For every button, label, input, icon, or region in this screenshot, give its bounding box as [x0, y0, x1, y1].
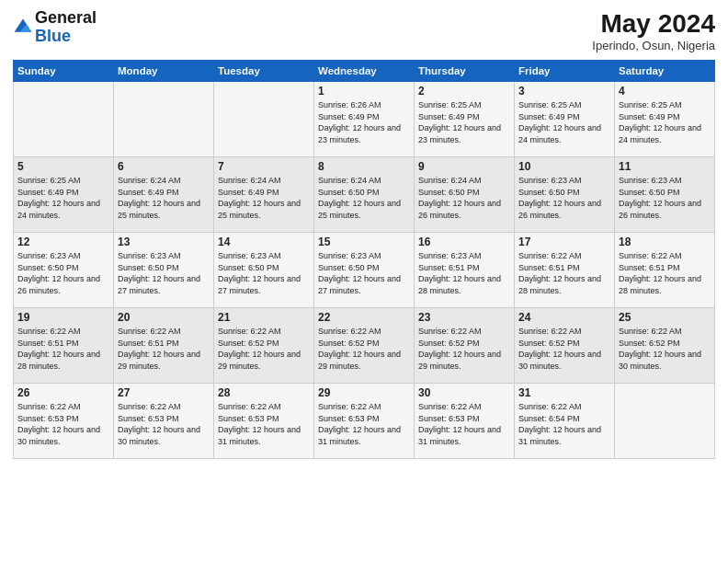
- day-info: Sunrise: 6:23 AM Sunset: 6:50 PM Dayligh…: [118, 251, 200, 295]
- day-info: Sunrise: 6:22 AM Sunset: 6:52 PM Dayligh…: [318, 327, 401, 371]
- day-header-friday: Friday: [515, 61, 615, 82]
- day-header-thursday: Thursday: [415, 61, 515, 82]
- logo-icon: [13, 17, 33, 38]
- day-info: Sunrise: 6:22 AM Sunset: 6:52 PM Dayligh…: [218, 327, 301, 371]
- header: General Blue May 2024 Iperindo, Osun, Ni…: [13, 9, 715, 52]
- calendar-cell: 9Sunrise: 6:24 AM Sunset: 6:50 PM Daylig…: [415, 157, 515, 233]
- calendar-cell: 25Sunrise: 6:22 AM Sunset: 6:52 PM Dayli…: [615, 308, 715, 384]
- day-info: Sunrise: 6:22 AM Sunset: 6:51 PM Dayligh…: [518, 251, 601, 295]
- day-info: Sunrise: 6:22 AM Sunset: 6:51 PM Dayligh…: [619, 251, 701, 295]
- day-number: 14: [218, 236, 310, 248]
- day-number: 19: [17, 311, 109, 324]
- day-info: Sunrise: 6:22 AM Sunset: 6:54 PM Dayligh…: [518, 402, 601, 446]
- calendar-cell: 6Sunrise: 6:24 AM Sunset: 6:49 PM Daylig…: [114, 157, 214, 233]
- day-number: 7: [218, 160, 310, 173]
- day-header-sunday: Sunday: [14, 61, 114, 82]
- calendar-cell: 28Sunrise: 6:22 AM Sunset: 6:53 PM Dayli…: [214, 384, 314, 459]
- day-number: 17: [518, 236, 610, 248]
- day-header-wednesday: Wednesday: [314, 61, 415, 82]
- day-info: Sunrise: 6:22 AM Sunset: 6:52 PM Dayligh…: [418, 327, 501, 371]
- day-header-tuesday: Tuesday: [214, 61, 314, 82]
- day-info: Sunrise: 6:24 AM Sunset: 6:49 PM Dayligh…: [218, 176, 301, 220]
- day-number: 31: [518, 386, 610, 399]
- day-number: 26: [17, 386, 109, 399]
- day-number: 21: [218, 311, 310, 324]
- title-block: May 2024 Iperindo, Osun, Nigeria: [592, 9, 715, 52]
- day-header-monday: Monday: [114, 61, 214, 82]
- day-number: 15: [318, 236, 410, 248]
- calendar-cell: [114, 82, 214, 157]
- day-info: Sunrise: 6:24 AM Sunset: 6:50 PM Dayligh…: [418, 176, 501, 220]
- calendar-cell: 16Sunrise: 6:23 AM Sunset: 6:51 PM Dayli…: [415, 233, 515, 308]
- calendar-cell: [615, 384, 715, 459]
- calendar-cell: 10Sunrise: 6:23 AM Sunset: 6:50 PM Dayli…: [515, 157, 615, 233]
- day-info: Sunrise: 6:24 AM Sunset: 6:49 PM Dayligh…: [118, 176, 200, 220]
- calendar-cell: 2Sunrise: 6:25 AM Sunset: 6:49 PM Daylig…: [415, 82, 515, 157]
- calendar-cell: 22Sunrise: 6:22 AM Sunset: 6:52 PM Dayli…: [314, 308, 415, 384]
- day-info: Sunrise: 6:22 AM Sunset: 6:53 PM Dayligh…: [17, 402, 100, 446]
- day-number: 23: [418, 311, 510, 324]
- calendar-cell: 26Sunrise: 6:22 AM Sunset: 6:53 PM Dayli…: [14, 384, 114, 459]
- day-info: Sunrise: 6:25 AM Sunset: 6:49 PM Dayligh…: [17, 176, 100, 220]
- calendar-cell: 31Sunrise: 6:22 AM Sunset: 6:54 PM Dayli…: [515, 384, 615, 459]
- day-info: Sunrise: 6:22 AM Sunset: 6:53 PM Dayligh…: [118, 402, 200, 446]
- day-number: 4: [619, 85, 711, 98]
- day-number: 25: [619, 311, 711, 324]
- calendar-cell: 23Sunrise: 6:22 AM Sunset: 6:52 PM Dayli…: [415, 308, 515, 384]
- calendar-week-1: 1Sunrise: 6:26 AM Sunset: 6:49 PM Daylig…: [14, 82, 715, 157]
- day-info: Sunrise: 6:25 AM Sunset: 6:49 PM Dayligh…: [619, 100, 701, 144]
- day-number: 22: [318, 311, 410, 324]
- day-info: Sunrise: 6:26 AM Sunset: 6:49 PM Dayligh…: [318, 100, 401, 144]
- day-info: Sunrise: 6:22 AM Sunset: 6:53 PM Dayligh…: [318, 402, 401, 446]
- calendar-cell: 13Sunrise: 6:23 AM Sunset: 6:50 PM Dayli…: [114, 233, 214, 308]
- calendar-cell: 17Sunrise: 6:22 AM Sunset: 6:51 PM Dayli…: [515, 233, 615, 308]
- calendar-cell: 12Sunrise: 6:23 AM Sunset: 6:50 PM Dayli…: [14, 233, 114, 308]
- day-number: 20: [118, 311, 210, 324]
- day-number: 11: [619, 160, 711, 173]
- calendar-table: SundayMondayTuesdayWednesdayThursdayFrid…: [13, 60, 715, 459]
- day-number: 30: [418, 386, 510, 399]
- day-info: Sunrise: 6:22 AM Sunset: 6:52 PM Dayligh…: [518, 327, 601, 371]
- day-number: 6: [118, 160, 210, 173]
- calendar-cell: 30Sunrise: 6:22 AM Sunset: 6:53 PM Dayli…: [415, 384, 515, 459]
- day-number: 27: [118, 386, 210, 399]
- calendar-cell: 1Sunrise: 6:26 AM Sunset: 6:49 PM Daylig…: [314, 82, 415, 157]
- calendar-cell: 7Sunrise: 6:24 AM Sunset: 6:49 PM Daylig…: [214, 157, 314, 233]
- month-year: May 2024: [592, 9, 715, 39]
- day-info: Sunrise: 6:22 AM Sunset: 6:52 PM Dayligh…: [619, 327, 701, 371]
- day-number: 12: [17, 236, 109, 248]
- calendar-cell: 19Sunrise: 6:22 AM Sunset: 6:51 PM Dayli…: [14, 308, 114, 384]
- page: General Blue May 2024 Iperindo, Osun, Ni…: [0, 0, 728, 563]
- day-number: 16: [418, 236, 510, 248]
- day-info: Sunrise: 6:23 AM Sunset: 6:51 PM Dayligh…: [418, 251, 501, 295]
- logo-blue: Blue: [35, 27, 71, 45]
- calendar-cell: 4Sunrise: 6:25 AM Sunset: 6:49 PM Daylig…: [615, 82, 715, 157]
- day-number: 28: [218, 386, 310, 399]
- calendar-cell: 5Sunrise: 6:25 AM Sunset: 6:49 PM Daylig…: [14, 157, 114, 233]
- day-info: Sunrise: 6:23 AM Sunset: 6:50 PM Dayligh…: [518, 176, 601, 220]
- calendar-cell: 18Sunrise: 6:22 AM Sunset: 6:51 PM Dayli…: [615, 233, 715, 308]
- day-number: 5: [17, 160, 109, 173]
- day-header-saturday: Saturday: [615, 61, 715, 82]
- calendar-cell: 29Sunrise: 6:22 AM Sunset: 6:53 PM Dayli…: [314, 384, 415, 459]
- day-info: Sunrise: 6:22 AM Sunset: 6:51 PM Dayligh…: [17, 327, 100, 371]
- calendar-cell: 8Sunrise: 6:24 AM Sunset: 6:50 PM Daylig…: [314, 157, 415, 233]
- day-info: Sunrise: 6:25 AM Sunset: 6:49 PM Dayligh…: [418, 100, 501, 144]
- calendar-cell: 20Sunrise: 6:22 AM Sunset: 6:51 PM Dayli…: [114, 308, 214, 384]
- calendar-week-4: 19Sunrise: 6:22 AM Sunset: 6:51 PM Dayli…: [14, 308, 715, 384]
- day-info: Sunrise: 6:22 AM Sunset: 6:53 PM Dayligh…: [218, 402, 301, 446]
- calendar-header-row: SundayMondayTuesdayWednesdayThursdayFrid…: [14, 61, 715, 82]
- calendar-cell: [14, 82, 114, 157]
- day-number: 1: [318, 85, 410, 98]
- logo: General Blue: [13, 9, 97, 46]
- day-number: 3: [518, 85, 610, 98]
- logo-text: General Blue: [35, 9, 97, 46]
- calendar-cell: 14Sunrise: 6:23 AM Sunset: 6:50 PM Dayli…: [214, 233, 314, 308]
- location: Iperindo, Osun, Nigeria: [592, 39, 715, 52]
- calendar-cell: 11Sunrise: 6:23 AM Sunset: 6:50 PM Dayli…: [615, 157, 715, 233]
- calendar-week-5: 26Sunrise: 6:22 AM Sunset: 6:53 PM Dayli…: [14, 384, 715, 459]
- calendar-cell: 21Sunrise: 6:22 AM Sunset: 6:52 PM Dayli…: [214, 308, 314, 384]
- day-number: 13: [118, 236, 210, 248]
- logo-general: General: [35, 8, 97, 27]
- day-info: Sunrise: 6:23 AM Sunset: 6:50 PM Dayligh…: [318, 251, 401, 295]
